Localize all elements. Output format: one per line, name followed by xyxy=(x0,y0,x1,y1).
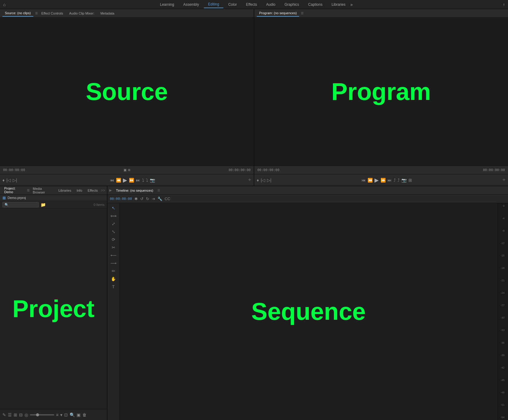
razor-tool[interactable]: ⟺ xyxy=(109,213,118,219)
tab-effect-controls[interactable]: Effect Controls xyxy=(39,10,66,16)
timeline-snap-btn[interactable]: ✱ xyxy=(134,197,138,201)
program-step-back-btn[interactable]: ⏪ xyxy=(368,178,373,183)
source-go-in-btn[interactable]: ⏮ xyxy=(110,178,114,183)
slip-tool[interactable]: ⟵ xyxy=(109,252,118,258)
automate-icon[interactable]: ◎ xyxy=(25,412,28,417)
nav-graphics[interactable]: Graphics xyxy=(280,1,303,8)
list-view-icon[interactable]: ☰ xyxy=(8,412,12,417)
tab-timeline[interactable]: Timeline: (no sequences) xyxy=(114,188,156,193)
project-file-row: ▦ Demo.prproj xyxy=(0,195,107,201)
project-panel-tabs: Project: Demo ☰ Media Browser Libraries … xyxy=(0,186,107,195)
program-timecode-bar: 00:00:00:00 00:00:00:00 xyxy=(254,166,508,174)
delete-icon[interactable]: 🗑 xyxy=(82,412,87,417)
sort-down-icon[interactable]: ▾ xyxy=(60,412,62,417)
freeform-view-btn[interactable]: ⊟ xyxy=(19,412,23,417)
program-out-btn[interactable]: ▷| xyxy=(267,178,272,183)
tab-info[interactable]: Info xyxy=(74,188,84,193)
nav-effects[interactable]: Effects xyxy=(242,1,261,8)
tab-project[interactable]: Project: Demo xyxy=(2,186,26,195)
timeline-content: Sequence xyxy=(120,203,497,420)
program-step-fwd-btn[interactable]: ⏩ xyxy=(381,178,386,183)
slide-tool[interactable]: ⟶ xyxy=(109,260,118,266)
timeline-timecode[interactable]: 00:00:00:00 xyxy=(110,197,132,201)
timeline-captions-btn[interactable]: CC xyxy=(165,197,170,201)
nav-editing[interactable]: Editing xyxy=(204,1,223,8)
selection-tool[interactable]: ↖ xyxy=(109,205,118,211)
timeline-wrench-btn[interactable]: 🔧 xyxy=(157,197,162,201)
source-zoom-btn[interactable]: ⊕ xyxy=(128,168,130,172)
source-timecode-right: 00:00:00:00 xyxy=(229,168,251,172)
source-play-btn[interactable]: ▶ xyxy=(123,177,127,184)
project-search-input[interactable] xyxy=(2,202,39,207)
timeline-tab-close-icon[interactable]: ▶ xyxy=(109,188,112,192)
source-overwrite-btn[interactable]: ⤵ xyxy=(146,178,148,183)
zoom-slider[interactable] xyxy=(30,414,54,415)
program-timecode-right: 00:00:00:00 xyxy=(483,168,505,172)
more-workspaces-icon[interactable]: » xyxy=(350,2,353,7)
timeline-tab-menu-icon[interactable]: ☰ xyxy=(157,189,160,192)
pen-tool[interactable]: ✏ xyxy=(109,268,118,274)
program-playback-controls: ♦ |◁ ▷| ⏮ ⏪ ▶ ⏩ ⏭ ⤴ ⤴ 📷 ⊞ + xyxy=(254,174,508,186)
tab-effects[interactable]: Effects xyxy=(85,188,100,193)
bins-icon[interactable]: ▣ xyxy=(77,412,81,417)
nav-captions[interactable]: Captions xyxy=(304,1,327,8)
new-folder-icon[interactable]: 📁 xyxy=(41,202,46,207)
program-marker-btn[interactable]: ♦ xyxy=(257,178,259,183)
source-insert-btn[interactable]: ⤵ xyxy=(142,178,144,183)
source-timecode-left: 00:00:00:00 xyxy=(3,168,25,172)
program-export-btn[interactable]: 📷 xyxy=(401,178,407,183)
ripple-tool[interactable]: ⤢ xyxy=(109,221,118,227)
program-panel: Program: (no sequences) ☰ Program 00:00:… xyxy=(254,9,508,186)
export-icon[interactable]: ↑ xyxy=(503,2,505,7)
tab-audio-clip-mixer[interactable]: Audio Clip Mixer: xyxy=(67,10,97,16)
tab-libraries[interactable]: Libraries xyxy=(56,188,74,193)
tab-program[interactable]: Program: (no sequences) xyxy=(257,10,299,17)
rate-stretch-tool[interactable]: ⟳ xyxy=(109,236,118,243)
razor-cut-tool[interactable]: ✂ xyxy=(109,244,118,250)
icon-view-btn[interactable]: ⊞ xyxy=(14,412,17,417)
timeline-undo-btn[interactable]: ↺ xyxy=(140,197,143,201)
text-tool[interactable]: T xyxy=(109,284,118,290)
project-footer: ✎ ☰ ⊞ ⊟ ◎ ≡ ▾ ⊡ 🔍 ▣ 🗑 xyxy=(0,409,107,420)
source-export-btn[interactable]: 📷 xyxy=(150,178,155,183)
timeline-redo-btn[interactable]: ↻ xyxy=(146,197,149,201)
source-step-back-btn[interactable]: ⏪ xyxy=(116,178,121,183)
rolling-tool[interactable]: ⤡ xyxy=(109,229,118,235)
source-step-fwd-btn[interactable]: ⏩ xyxy=(129,178,134,183)
home-icon[interactable]: ⌂ xyxy=(3,2,5,7)
search-icon[interactable]: 🔍 xyxy=(70,412,75,417)
nav-audio[interactable]: Audio xyxy=(262,1,280,8)
tab-metadata[interactable]: Metadata xyxy=(98,10,117,16)
nav-assembly[interactable]: Assembly xyxy=(179,1,203,8)
program-play-btn[interactable]: ▶ xyxy=(374,177,379,184)
source-go-out-btn[interactable]: ⏭ xyxy=(136,178,140,183)
source-out-point-btn[interactable]: ▷| xyxy=(13,178,17,183)
nav-learning[interactable]: Learning xyxy=(156,1,178,8)
zoom-slider-thumb[interactable] xyxy=(36,413,39,416)
program-add-btn[interactable]: + xyxy=(502,177,506,183)
program-go-in-btn[interactable]: ⏮ xyxy=(361,178,366,183)
program-tab-menu-icon[interactable]: ☰ xyxy=(301,12,304,15)
project-expand-icon[interactable]: >> xyxy=(101,188,105,193)
source-fit-btn[interactable]: ▣ xyxy=(124,168,127,172)
nav-color[interactable]: Color xyxy=(224,1,241,8)
source-marker-btn[interactable]: ♦ xyxy=(2,178,5,183)
program-lift-btn[interactable]: ⤴ xyxy=(394,178,396,183)
source-tab-menu-icon[interactable]: ☰ xyxy=(35,12,38,15)
nav-libraries[interactable]: Libraries xyxy=(327,1,350,8)
tab-media-browser[interactable]: Media Browser xyxy=(30,186,55,195)
new-item-icon[interactable]: ✎ xyxy=(2,412,6,417)
storyboard-icon[interactable]: ⊡ xyxy=(64,412,68,417)
program-go-out-btn[interactable]: ⏭ xyxy=(388,178,392,183)
source-in-point-btn[interactable]: |◁ xyxy=(6,178,11,183)
program-compare-btn[interactable]: ⊞ xyxy=(408,178,412,183)
program-in-btn[interactable]: |◁ xyxy=(261,178,265,183)
sort-icon[interactable]: ≡ xyxy=(56,412,58,417)
meter-tick-12: -12 xyxy=(500,242,505,245)
source-add-btn[interactable]: + xyxy=(248,177,251,183)
hand-tool[interactable]: ✋ xyxy=(109,276,118,282)
project-tab-menu-icon[interactable]: ☰ xyxy=(27,189,30,192)
program-extract-btn[interactable]: ⤴ xyxy=(397,178,400,183)
timeline-linked-btn[interactable]: ⇥ xyxy=(152,197,155,201)
tab-source[interactable]: Source: (no clips) xyxy=(2,10,33,17)
